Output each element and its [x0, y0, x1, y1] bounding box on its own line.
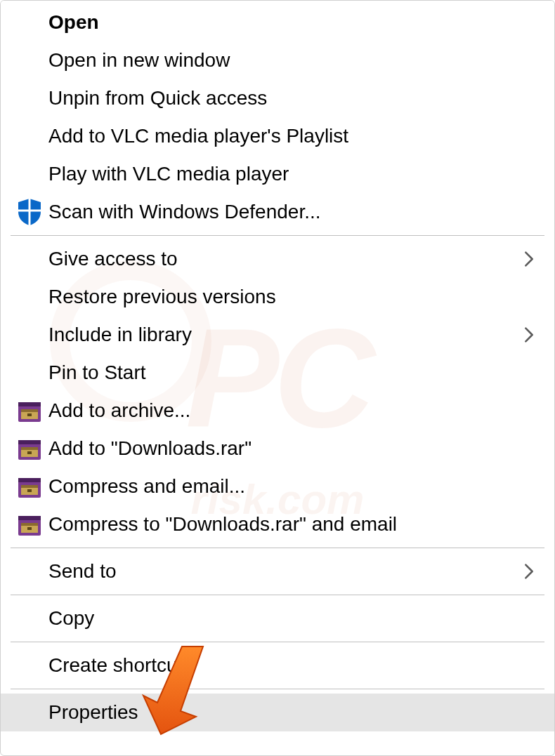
- menu-separator: [11, 595, 544, 595]
- winrar-icon: [11, 471, 48, 502]
- icon-empty: [11, 83, 48, 114]
- icon-empty: [11, 603, 48, 634]
- icon-empty: [11, 121, 48, 152]
- icon-empty: [11, 697, 48, 728]
- svg-rect-4: [27, 413, 32, 416]
- svg-rect-14: [27, 489, 32, 492]
- menu-item-pin-start[interactable]: Pin to Start: [1, 354, 554, 392]
- chevron-right-icon: [523, 562, 535, 581]
- menu-item-scan-defender[interactable]: Scan with Windows Defender...: [1, 193, 554, 231]
- menu-item-vlc-play[interactable]: Play with VLC media player: [1, 155, 554, 193]
- svg-rect-8: [21, 447, 38, 450]
- menu-label: Play with VLC media player: [48, 164, 535, 185]
- menu-label: Unpin from Quick access: [48, 88, 535, 110]
- svg-rect-11: [18, 478, 41, 482]
- svg-rect-13: [21, 485, 38, 488]
- menu-label: Properties: [48, 702, 535, 724]
- menu-item-properties[interactable]: Properties: [1, 694, 554, 731]
- icon-empty: [11, 319, 48, 350]
- menu-item-include-library[interactable]: Include in library: [1, 316, 554, 354]
- icon-empty: [11, 650, 48, 681]
- icon-empty: [11, 244, 48, 274]
- menu-label: Pin to Start: [48, 362, 535, 384]
- svg-rect-19: [27, 527, 32, 530]
- menu-item-vlc-playlist[interactable]: Add to VLC media player's Playlist: [1, 117, 554, 155]
- menu-item-create-shortcut[interactable]: Create shortcut: [1, 646, 554, 684]
- chevron-right-icon: [523, 325, 535, 345]
- menu-item-unpin-quick-access[interactable]: Unpin from Quick access: [1, 79, 554, 117]
- menu-label: Add to VLC media player's Playlist: [48, 126, 535, 147]
- menu-separator: [11, 642, 544, 642]
- menu-item-give-access[interactable]: Give access to: [1, 240, 554, 278]
- menu-item-open-new-window[interactable]: Open in new window: [1, 41, 554, 79]
- winrar-icon: [11, 395, 48, 426]
- svg-rect-3: [21, 409, 38, 412]
- menu-item-add-downloads-rar[interactable]: Add to "Downloads.rar": [1, 430, 554, 467]
- icon-empty: [11, 45, 48, 76]
- menu-label: Create shortcut: [48, 655, 535, 677]
- icon-empty: [11, 357, 48, 388]
- menu-item-open[interactable]: Open: [1, 4, 554, 41]
- menu-label: Add to "Downloads.rar": [48, 438, 535, 460]
- icon-empty: [11, 7, 48, 38]
- menu-label: Restore previous versions: [48, 286, 535, 308]
- menu-label: Open in new window: [48, 50, 535, 72]
- winrar-icon: [11, 433, 48, 464]
- menu-separator: [11, 689, 544, 689]
- svg-rect-18: [21, 523, 38, 526]
- winrar-icon: [11, 509, 48, 540]
- menu-item-compress-downloads-email[interactable]: Compress to "Downloads.rar" and email: [1, 505, 554, 543]
- menu-item-compress-email[interactable]: Compress and email...: [1, 467, 554, 505]
- menu-label: Compress and email...: [48, 476, 535, 498]
- menu-label: Compress to "Downloads.rar" and email: [48, 514, 535, 536]
- menu-separator: [11, 548, 544, 548]
- svg-rect-1: [18, 402, 41, 406]
- context-menu: Open Open in new window Unpin from Quick…: [1, 1, 554, 734]
- menu-label: Scan with Windows Defender...: [48, 201, 535, 223]
- menu-item-add-archive[interactable]: Add to archive...: [1, 392, 554, 430]
- icon-empty: [11, 159, 48, 190]
- svg-rect-6: [18, 440, 41, 444]
- menu-label: Add to archive...: [48, 400, 535, 422]
- menu-label: Copy: [48, 608, 535, 630]
- icon-empty: [11, 556, 48, 587]
- menu-label: Send to: [48, 561, 523, 583]
- menu-separator: [11, 235, 544, 236]
- menu-item-copy[interactable]: Copy: [1, 599, 554, 637]
- svg-rect-9: [27, 451, 32, 454]
- menu-label: Give access to: [48, 248, 523, 270]
- menu-label: Open: [48, 12, 535, 34]
- defender-icon: [11, 197, 48, 227]
- menu-label: Include in library: [48, 324, 523, 346]
- svg-rect-16: [18, 516, 41, 520]
- icon-empty: [11, 281, 48, 312]
- menu-item-send-to[interactable]: Send to: [1, 552, 554, 590]
- menu-item-restore-versions[interactable]: Restore previous versions: [1, 278, 554, 316]
- chevron-right-icon: [523, 249, 535, 269]
